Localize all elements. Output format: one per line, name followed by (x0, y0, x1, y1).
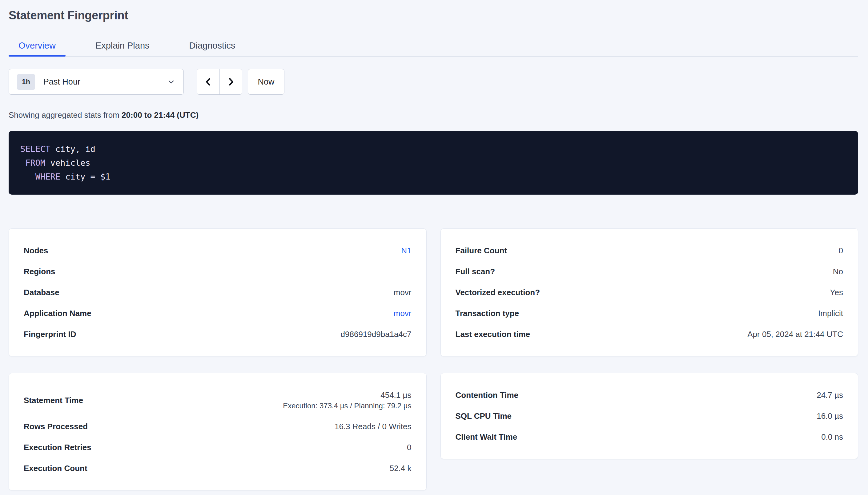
value-sql-cpu-time: 16.0 µs (817, 410, 843, 422)
label-database: Database (24, 287, 60, 298)
detail-row: Vectorized execution? Yes (456, 282, 844, 303)
detail-row: Application Name movr (24, 303, 411, 324)
label-contention-time: Contention Time (456, 390, 519, 400)
tab-diagnostics[interactable]: Diagnostics (179, 40, 245, 56)
time-range-dropdown[interactable]: 1h Past Hour (9, 69, 184, 95)
statement-time-card: Statement Time 454.1 µs Execution: 373.4… (9, 373, 427, 490)
sql-code-text: city = $1 (60, 172, 111, 182)
aggregated-stats-caption: Showing aggregated stats from 20:00 to 2… (9, 109, 858, 121)
detail-row: Nodes N1 (24, 240, 411, 261)
detail-row: Fingerprint ID d986919d9ba1a4c7 (24, 324, 411, 345)
label-statement-time: Statement Time (24, 395, 83, 406)
caption-range: 20:00 to 21:44 (UTC) (121, 110, 198, 120)
value-rows-processed: 16.3 Reads / 0 Writes (334, 421, 411, 432)
tab-bar: Overview Explain Plans Diagnostics (9, 40, 858, 56)
value-full-scan: No (833, 266, 843, 277)
detail-row: Contention Time 24.7 µs (456, 385, 844, 406)
detail-row: Full scan? No (456, 261, 844, 282)
label-client-wait-time: Client Wait Time (456, 431, 518, 442)
label-failure-count: Failure Count (456, 245, 507, 256)
value-sub-text: Execution: 373.4 µs / Planning: 79.2 µs (283, 400, 411, 411)
sql-line: WHERE city = $1 (20, 170, 847, 184)
label-sql-cpu-time: SQL CPU Time (456, 410, 512, 422)
label-execution-retries: Execution Retries (24, 442, 92, 453)
chevron-right-icon (226, 76, 236, 87)
now-button[interactable]: Now (248, 69, 284, 95)
time-range-badge: 1h (17, 74, 35, 90)
value-contention-time: 24.7 µs (817, 390, 843, 400)
tab-explain-plans[interactable]: Explain Plans (85, 40, 160, 56)
value-nodes[interactable]: N1 (401, 245, 411, 256)
value-database: movr (394, 287, 411, 298)
value-application-name[interactable]: movr (394, 308, 411, 319)
label-full-scan: Full scan? (456, 266, 495, 277)
detail-row: Client Wait Time 0.0 ns (456, 426, 844, 447)
label-execution-count: Execution Count (24, 463, 87, 474)
chevron-down-icon (167, 78, 176, 86)
sql-code-text: vehicles (45, 158, 90, 168)
value-last-execution-time: Apr 05, 2024 at 21:44 UTC (747, 329, 843, 340)
sql-code: SELECT city, id FROM vehicles WHERE city… (20, 142, 847, 184)
label-fingerprint-id: Fingerprint ID (24, 329, 76, 340)
tab-overview[interactable]: Overview (9, 40, 66, 56)
label-transaction-type: Transaction type (456, 308, 519, 319)
next-range-button[interactable] (219, 69, 242, 95)
detail-row: Database movr (24, 282, 411, 303)
sql-line: SELECT city, id (20, 142, 847, 156)
sql-code-text: city, id (50, 144, 95, 154)
label-last-execution-time: Last execution time (456, 329, 530, 340)
statement-details-card: Nodes N1 Regions (9, 228, 427, 356)
time-picker-row: 1h Past Hour Now (9, 69, 858, 95)
page-title: Statement Fingerprint (9, 8, 858, 23)
execution-attributes-card: Failure Count 0 Full scan? No (440, 228, 858, 356)
label-rows-processed: Rows Processed (24, 421, 88, 432)
label-application-name: Application Name (24, 308, 92, 319)
caption-prefix: Showing aggregated stats from (9, 110, 121, 120)
label-vectorized-execution: Vectorized execution? (456, 287, 540, 298)
detail-row: Transaction type Implicit (456, 303, 844, 324)
value-transaction-type: Implicit (818, 308, 843, 319)
detail-row: Last execution time Apr 05, 2024 at 21:4… (456, 324, 844, 345)
value-fingerprint-id: d986919d9ba1a4c7 (341, 329, 411, 340)
stats-cards-grid: Nodes N1 Regions (9, 228, 858, 490)
value-failure-count: 0 (839, 245, 843, 256)
label-regions: Regions (24, 266, 55, 277)
value-statement-time: 454.1 µs (380, 390, 411, 400)
detail-row: Rows Processed 16.3 Reads / 0 Writes (24, 416, 411, 437)
sql-keyword: WHERE (35, 172, 60, 182)
previous-range-button[interactable] (197, 69, 219, 95)
sql-keyword: SELECT (20, 144, 50, 154)
value-vectorized-execution: Yes (830, 287, 843, 298)
sql-line: FROM vehicles (20, 156, 847, 170)
detail-row: Failure Count 0 (456, 240, 844, 261)
time-nav-group (197, 69, 242, 95)
value-execution-retries: 0 (407, 442, 411, 453)
chevron-left-icon (203, 76, 214, 87)
sql-keyword: FROM (25, 158, 45, 168)
detail-row: Statement Time 454.1 µs Execution: 373.4… (24, 385, 411, 416)
detail-row: Execution Retries 0 (24, 437, 411, 458)
value-execution-count: 52.4 k (390, 463, 411, 474)
label-nodes: Nodes (24, 245, 48, 256)
detail-row: SQL CPU Time 16.0 µs (456, 406, 844, 426)
detail-row: Execution Count 52.4 k (24, 458, 411, 479)
value-client-wait-time: 0.0 ns (821, 431, 843, 442)
wait-time-card: Contention Time 24.7 µs SQL CPU Time 16.… (440, 373, 858, 459)
detail-row: Regions (24, 261, 411, 282)
statement-fingerprint-page: Statement Fingerprint Overview Explain P… (0, 0, 868, 490)
sql-statement-box: SELECT city, id FROM vehicles WHERE city… (9, 131, 858, 194)
time-range-label: Past Hour (44, 77, 80, 87)
